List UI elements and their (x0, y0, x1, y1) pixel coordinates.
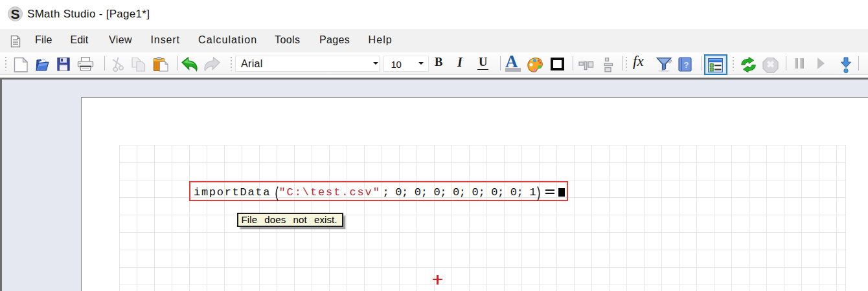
svg-text:?: ? (684, 60, 689, 70)
